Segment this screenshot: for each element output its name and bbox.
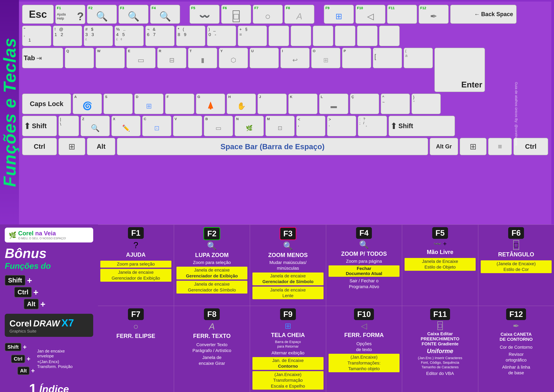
key-altgr[interactable]: Alt Gr <box>430 138 458 155</box>
key-f12[interactable]: F12 ✒ <box>419 5 449 24</box>
key-l[interactable]: L ▬ <box>319 94 348 114</box>
key-x[interactable]: X ✏️ <box>111 116 141 136</box>
key-capslock[interactable]: Caps Lock <box>22 94 71 114</box>
key-1[interactable]: ! @ 1 2 <box>53 26 82 46</box>
key-bracket-close[interactable]: { a <box>404 48 433 68</box>
fkey-col-f4: F4 🔍 ZOOM P/ TODOS Zoom para página Fech… <box>326 225 402 306</box>
key-f[interactable]: F <box>165 94 194 114</box>
space-label: Space Bar (Barra de Espaço) <box>221 142 325 151</box>
key-3[interactable]: % .. 4 5 £ ¢ <box>115 26 144 46</box>
f9-badge: F9 <box>280 308 296 320</box>
key-5[interactable]: * ( 8 9 <box>176 26 205 46</box>
key-f8[interactable]: F8 A <box>284 5 314 24</box>
f9-desc2: Jan. de EncaixeContorno <box>252 357 324 370</box>
key-backtick[interactable]: " , 1 <box>22 26 51 46</box>
key-k[interactable]: K <box>288 94 318 114</box>
key-v[interactable]: V <box>173 116 202 136</box>
key-s[interactable]: S <box>104 94 133 114</box>
key-7[interactable]: + § = <box>238 26 267 46</box>
key-9[interactable] <box>291 26 311 46</box>
key-i[interactable]: I ↩ <box>280 48 310 68</box>
key-f2[interactable]: F2 🔍 <box>87 5 117 24</box>
key-y[interactable]: Y ⬡ <box>219 48 248 68</box>
key-f1[interactable]: F1 AjudaHelp ? <box>55 5 85 24</box>
f3-legend-title: ZOOM MENOS <box>268 252 308 259</box>
key-bracket-open[interactable]: ` [ <box>373 48 402 68</box>
key-p[interactable]: P <box>342 48 371 68</box>
key-win-left[interactable]: ⊞ <box>58 138 85 155</box>
key-f7[interactable]: F7 ○ <box>253 5 283 24</box>
key-u[interactable]: U <box>249 48 279 68</box>
key-backslash[interactable]: | \ <box>58 116 79 136</box>
f7-legend-icon: ○ <box>133 321 138 331</box>
key-tilde[interactable]: ^ ~ <box>381 94 410 114</box>
key-6[interactable]: ) _ 0 - <box>207 26 236 46</box>
key-a[interactable]: A 🌀 <box>73 94 102 114</box>
key-shift-right[interactable]: ⬆ Shift <box>389 116 455 136</box>
key-slash[interactable]: : ? ; / ° <box>358 116 387 136</box>
key-g[interactable]: G <box>196 94 225 114</box>
key-shift-left[interactable]: ⬆ Shift <box>22 116 57 136</box>
f12-icon: ✒ <box>430 11 437 21</box>
combo2-shift: Shift + <box>5 343 35 351</box>
f6-icon: □ <box>233 10 240 22</box>
fkey-top-row: F1 ? AJUDA Zoom para seleção Janela de e… <box>98 224 554 306</box>
combo2-ctrl-key: Ctrl <box>11 355 25 363</box>
key-win-right[interactable]: ⊞ <box>460 138 486 155</box>
f4-desc2: FecharDocumento Atual <box>329 265 400 277</box>
key-comma[interactable]: < , <box>296 116 325 136</box>
f3-legend-icon: 🔍 <box>283 241 293 251</box>
key-f9[interactable]: F9 ⊞ <box>324 5 354 24</box>
key-f11[interactable]: F11 <box>387 5 417 24</box>
key-n[interactable]: N 🌿 <box>235 116 264 136</box>
key-tab[interactable]: Tab ⇥ <box>22 48 63 68</box>
key-alt-left[interactable]: Alt <box>87 138 115 155</box>
f9-desc3: (Jan.Encaixe)TransformaçãoEscala e Espel… <box>252 371 324 390</box>
key-backspace[interactable]: ← Back Space <box>450 5 517 24</box>
key-f5[interactable]: F5 〰️ <box>190 5 220 24</box>
key-curly[interactable]: } ° <box>411 94 441 114</box>
key-4[interactable]: ¬ & 6 7 <box>145 26 174 46</box>
key-menu[interactable]: ≡ <box>488 138 512 155</box>
key-b[interactable]: B ▭ <box>204 116 233 136</box>
key-m-icon: ⊡ <box>278 125 282 131</box>
key-f10[interactable]: F10 ◁ <box>355 5 385 24</box>
key-c[interactable]: C ⊡ <box>142 116 171 136</box>
key-z[interactable]: Z 🔍 <box>81 116 110 136</box>
key-q[interactable]: Q <box>65 48 94 68</box>
key-f6[interactable]: F6 □ <box>221 5 251 24</box>
key-space[interactable]: Space Bar (Barra de Espaço) <box>117 138 428 155</box>
key-2[interactable]: # $ 3 3 £ <box>84 26 113 46</box>
altgr-label: Alt Gr <box>436 143 452 150</box>
key-enter[interactable]: Enter <box>434 48 485 92</box>
key-h[interactable]: H ✋ <box>227 94 256 114</box>
key-cedilla[interactable]: Ç <box>350 94 379 114</box>
shift-right-arrow: ⬆ <box>390 121 397 131</box>
key-t[interactable]: T ▮ <box>188 48 217 68</box>
key-e[interactable]: E ▭ <box>126 48 156 68</box>
key-j[interactable]: J <box>257 94 287 114</box>
key-f3[interactable]: F3 🔍 <box>118 5 148 24</box>
key-8[interactable] <box>269 26 289 46</box>
keyboard-row-fn: Esc F1 AjudaHelp ? F2 🔍 F3 🔍 F4 🔍 F5 <box>22 5 548 24</box>
key-13[interactable] <box>379 26 400 46</box>
key-d[interactable]: D ⊞ <box>134 94 164 114</box>
key-m[interactable]: M ⊡ <box>265 116 295 136</box>
key-esc[interactable]: Esc <box>22 5 54 24</box>
key-w[interactable]: W <box>96 48 125 68</box>
key-ctrl-left[interactable]: Ctrl <box>22 138 57 155</box>
key-period[interactable]: > . <box>327 116 356 136</box>
key-12[interactable] <box>357 26 378 46</box>
key-o-icon: ⊞ <box>323 56 329 64</box>
key-10[interactable] <box>313 26 333 46</box>
key-ctrl-right[interactable]: Ctrl <box>513 138 548 155</box>
f9-subtitle: Barra de Espaçopara Retornar <box>275 340 301 349</box>
plus1: + <box>27 275 32 286</box>
key-f4[interactable]: F4 🔍 <box>150 5 180 24</box>
key-o[interactable]: O ⊞ <box>311 48 340 68</box>
f3-icon: 🔍 <box>128 11 139 22</box>
combo2-alt-key: Alt <box>17 367 29 375</box>
key-r[interactable]: R ⊟ <box>157 48 187 68</box>
key-11[interactable] <box>335 26 355 46</box>
f10-legend-title: FERR. FORMA <box>344 332 384 338</box>
